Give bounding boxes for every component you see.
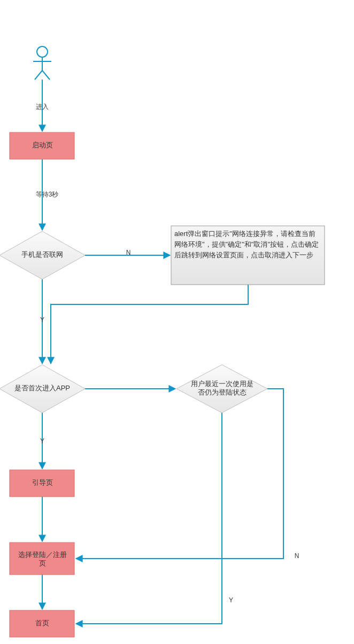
node-login-label-1: 用户最近一次使用是 xyxy=(191,380,253,388)
node-alert-text: alert弹出窗口提示"网络连接异常，请检查当前网络环境"，提供"确定"和"取消… xyxy=(174,230,319,259)
label-login-y: Y xyxy=(229,596,233,604)
node-guide: 引导页 xyxy=(10,470,74,497)
node-start-label: 启动页 xyxy=(32,141,53,149)
edge-login-no xyxy=(76,389,283,559)
label-net-n: N xyxy=(126,249,131,256)
edge-alert-next xyxy=(51,285,248,364)
label-net-y: Y xyxy=(40,316,44,324)
actor-icon xyxy=(33,46,51,80)
node-first-label: 是否首次进入APP xyxy=(14,384,70,392)
svg-point-0 xyxy=(37,46,48,57)
node-net-label: 手机是否联网 xyxy=(21,250,63,258)
node-first: 是否首次进入APP xyxy=(0,365,85,413)
label-wait3s: 等待3秒 xyxy=(36,191,59,198)
node-home: 首页 xyxy=(10,610,74,637)
node-login-label-2: 否仍为登陆状态 xyxy=(198,388,247,396)
label-first-y: Y xyxy=(40,437,44,445)
edge-labels: 进入 等待3秒 N Y Y N Y xyxy=(36,103,299,604)
node-choose-label-1: 选择登陆／注册 xyxy=(18,551,67,559)
label-login-n: N xyxy=(295,552,299,560)
edge-login-yes xyxy=(76,413,222,624)
node-start: 启动页 xyxy=(10,132,74,159)
svg-line-3 xyxy=(35,70,42,80)
edges xyxy=(42,80,283,624)
node-login: 用户最近一次使用是 否仍为登陆状态 xyxy=(176,365,267,413)
label-enter: 进入 xyxy=(36,103,49,111)
svg-line-4 xyxy=(42,70,50,80)
node-home-label: 首页 xyxy=(35,619,49,627)
node-alert: alert弹出窗口提示"网络连接异常，请检查当前网络环境"，提供"确定"和"取消… xyxy=(171,226,325,285)
node-net: 手机是否联网 xyxy=(0,231,85,279)
node-guide-label: 引导页 xyxy=(32,478,53,486)
node-choose: 选择登陆／注册 页 xyxy=(10,543,74,575)
node-choose-label-2: 页 xyxy=(39,559,46,567)
